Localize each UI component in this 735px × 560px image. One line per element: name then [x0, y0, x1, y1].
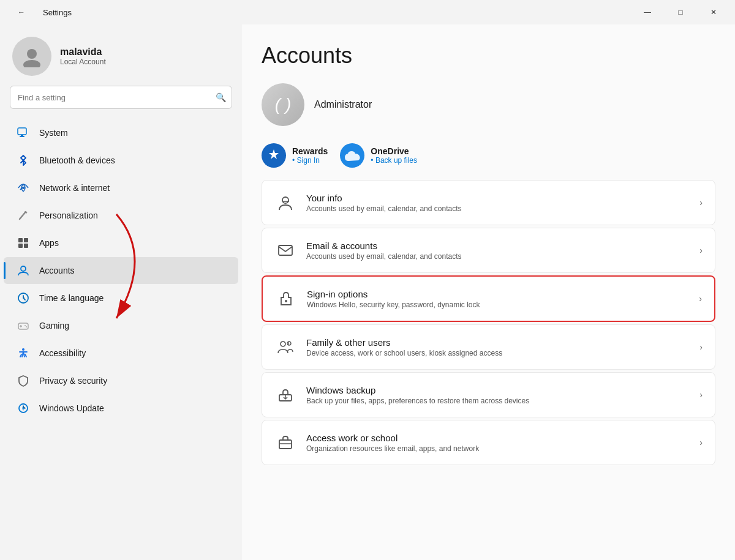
signin-chevron: ›: [699, 294, 702, 304]
backup-sub: Back up your files, apps, preferences to…: [306, 397, 690, 405]
your-info-chevron: ›: [699, 198, 703, 207]
sidebar-item-system[interactable]: System: [4, 119, 238, 146]
sidebar-item-accessibility-label: Accessibility: [39, 348, 86, 358]
account-avatar: ( ): [262, 83, 304, 126]
account-header: ( ) Administrator: [262, 83, 715, 131]
titlebar-controls: — □ ✕: [633, 2, 728, 22]
close-button[interactable]: ✕: [699, 2, 728, 22]
work-chevron: ›: [699, 438, 703, 447]
main-content: Accounts ( ) Administrator Rewards Sign …: [242, 24, 735, 560]
sidebar-item-personalization-label: Personalization: [39, 211, 98, 220]
svg-rect-4: [21, 135, 23, 136]
family-title: Family & other users: [306, 337, 690, 348]
family-texts: Family & other users Device access, work…: [306, 337, 690, 357]
user-info: malavida Local Account: [60, 47, 106, 66]
sidebar-item-personalization[interactable]: Personalization: [4, 202, 238, 229]
sidebar-item-bluetooth[interactable]: Bluetooth & devices: [4, 147, 238, 174]
email-texts: Email & accounts Accounts used by email,…: [306, 241, 690, 261]
backup-chevron: ›: [699, 390, 703, 400]
signin-title: Sign-in options: [307, 289, 689, 299]
svg-rect-9: [24, 244, 28, 248]
email-icon: [274, 239, 296, 261]
onedrive-texts: OneDrive Back up files: [371, 146, 417, 165]
svg-point-22: [285, 300, 287, 302]
time-icon: [16, 291, 31, 305]
bluetooth-icon: [16, 153, 31, 168]
sidebar-item-accounts-label: Accounts: [39, 266, 75, 275]
settings-list: Your info Accounts used by email, calend…: [262, 180, 715, 465]
sidebar-item-accounts[interactable]: Accounts: [4, 257, 238, 284]
user-subtitle: Local Account: [60, 58, 106, 66]
sidebar-item-time-label: Time & language: [39, 293, 104, 303]
sidebar-item-network-label: Network & internet: [39, 183, 110, 193]
signin-texts: Sign-in options Windows Hello, security …: [307, 289, 689, 309]
quick-action-rewards[interactable]: Rewards Sign In: [262, 143, 328, 168]
accounts-icon: [16, 263, 31, 278]
rewards-texts: Rewards Sign In: [292, 146, 328, 165]
backup-icon: [274, 384, 296, 406]
account-admin-label: Administrator: [314, 99, 372, 110]
svg-rect-2: [18, 128, 26, 135]
svg-point-0: [27, 49, 37, 59]
titlebar-left: ← Settings: [7, 2, 72, 22]
sidebar-item-update[interactable]: Windows Update: [4, 395, 238, 422]
family-sub: Device access, work or school users, kio…: [306, 349, 690, 357]
your-info-sub: Accounts used by email, calendar, and co…: [306, 204, 690, 213]
sidebar-item-bluetooth-label: Bluetooth & devices: [39, 155, 115, 165]
backup-title: Windows backup: [306, 385, 690, 395]
search-icon: 🔍: [216, 92, 226, 102]
work-texts: Access work or school Organization resou…: [306, 433, 690, 453]
signin-icon: [275, 288, 297, 310]
quick-action-onedrive[interactable]: OneDrive Back up files: [340, 143, 417, 168]
titlebar: ← Settings — □ ✕: [0, 0, 735, 24]
svg-point-15: [24, 325, 26, 326]
gaming-icon: [16, 318, 31, 333]
quick-actions: Rewards Sign In OneDrive Back up files: [262, 143, 715, 168]
settings-item-backup[interactable]: Windows backup Back up your files, apps,…: [262, 372, 715, 417]
update-icon: [16, 401, 31, 416]
rewards-sub: Sign In: [292, 156, 328, 165]
search-input[interactable]: [10, 86, 232, 109]
user-name: malavida: [60, 47, 106, 58]
your-info-icon: [274, 192, 296, 214]
back-button[interactable]: ←: [7, 2, 36, 22]
svg-point-1: [23, 60, 40, 67]
svg-point-23: [281, 342, 285, 346]
user-avatar-icon: [21, 45, 43, 67]
settings-item-email[interactable]: Email & accounts Accounts used by email,…: [262, 228, 715, 273]
settings-item-your-info[interactable]: Your info Accounts used by email, calend…: [262, 180, 715, 225]
onedrive-title: OneDrive: [371, 146, 417, 156]
sidebar-item-apps[interactable]: Apps: [4, 230, 238, 256]
sidebar-item-gaming[interactable]: Gaming: [4, 312, 238, 339]
account-avatar-initials: ( ): [275, 95, 291, 114]
sidebar-item-network[interactable]: Network & internet: [4, 174, 238, 201]
sidebar-item-privacy-label: Privacy & security: [39, 376, 107, 386]
page-title: Accounts: [262, 43, 715, 69]
work-title: Access work or school: [306, 433, 690, 443]
onedrive-icon: [340, 143, 364, 168]
settings-item-family[interactable]: Family & other users Device access, work…: [262, 324, 715, 370]
user-profile[interactable]: malavida Local Account: [0, 24, 242, 86]
your-info-title: Your info: [306, 193, 690, 203]
sidebar-item-accessibility[interactable]: Accessibility: [4, 340, 238, 367]
svg-rect-7: [24, 238, 28, 242]
sidebar-item-time[interactable]: Time & language: [4, 285, 238, 312]
sidebar-item-update-label: Windows Update: [39, 403, 104, 413]
system-icon: [16, 125, 31, 140]
sidebar-item-gaming-label: Gaming: [39, 321, 69, 330]
backup-texts: Windows backup Back up your files, apps,…: [306, 385, 690, 405]
maximize-button[interactable]: □: [666, 2, 695, 22]
avatar: [12, 37, 51, 76]
svg-rect-6: [18, 238, 23, 242]
signin-sub: Windows Hello, security key, password, d…: [307, 301, 689, 309]
settings-item-signin[interactable]: Sign-in options Windows Hello, security …: [262, 275, 715, 322]
svg-rect-21: [279, 245, 292, 255]
settings-item-work[interactable]: Access work or school Organization resou…: [262, 420, 715, 465]
svg-rect-3: [20, 136, 24, 137]
rewards-title: Rewards: [292, 146, 328, 156]
minimize-button[interactable]: —: [633, 2, 662, 22]
sidebar-item-privacy[interactable]: Privacy & security: [4, 367, 238, 394]
app-body: malavida Local Account 🔍 System: [0, 24, 735, 560]
email-title: Email & accounts: [306, 241, 690, 251]
work-sub: Organization resources like email, apps,…: [306, 444, 690, 453]
